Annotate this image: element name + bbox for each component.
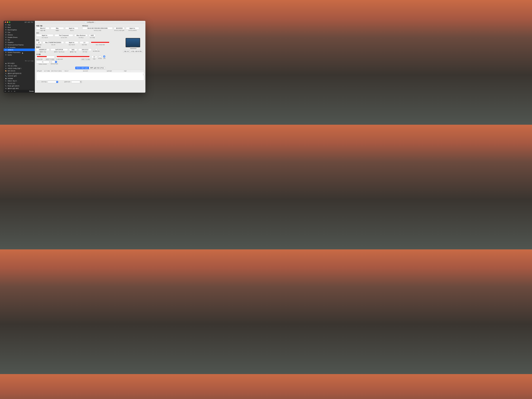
list-icon: ☰ [5,32,6,33]
list-icon: ☰ [5,42,6,43]
sidebar-item-quirks[interactable]: ☰Quirks [4,54,35,56]
close-button[interactable] [5,21,6,23]
home-icon[interactable]: ⌂ [11,90,12,92]
nav-label: Rt Variables [8,47,15,48]
tool-item-클로버-설치/업데이트[interactable]: ⬇클로버 설치/업데이트 [4,72,35,75]
sidebar-item-disable-drivers[interactable]: ☰Disable Drivers [4,36,35,38]
tool-item-kexts-설치-관리자[interactable]: 🔌Kexts 설치 관리자 [4,85,35,87]
export-icon[interactable]: ⇤ [5,90,6,92]
no-rom-info-checkbox[interactable] [95,48,97,50]
bios-version-input[interactable] [82,27,113,29]
board-type-input[interactable] [36,41,41,44]
board-id-input[interactable] [43,41,64,44]
chassis-tag-input[interactable] [74,34,88,37]
generate-serial-button[interactable]: 새로운 키 값 생성 [45,58,55,60]
nav-label: Gui [8,39,10,41]
tool-item-드라이버-설치[interactable]: 🔧드라이버 설치 [4,75,35,77]
model-preview: 모델 조회 시리얼 사용여부 확인 [123,38,143,53]
chassis-location-input[interactable] [55,34,73,37]
sidebar-item-kernel-and-kext-patches[interactable]: ☰Kernel and Kext Patches [4,44,35,46]
sidebar-item-system-parameters[interactable]: ☰System Parameters [4,51,35,54]
tool-item-텍스트-모드[interactable]: ≡텍스트 모드 [4,82,35,85]
list-icon: ☰ [5,24,6,25]
table-header[interactable]: 제조사* [64,70,82,72]
trust-checkbox[interactable] [103,56,105,57]
nav-label: 테마 에디터 [8,70,15,72]
tool-item-efi-마운트[interactable]: ⏏EFI 마운트 [4,62,35,65]
board-version-input[interactable] [80,41,89,44]
sidebar-item-acpi[interactable]: ☰Acpi [4,24,35,26]
channel-select[interactable]: ⇅ [48,81,58,83]
nav-label: 클로버 설치/업데이트 [8,72,21,74]
import-icon[interactable]: ⇥ [8,90,9,92]
chassis-manufacturer-input[interactable] [36,34,53,37]
tool-item-새로운-config-만들기[interactable]: ⚙새로운 Config 만들기 [4,67,35,70]
tool-item-테마-에디터[interactable]: 🎨테마 에디터 [4,70,35,72]
nav-label: Boot Graphics [8,29,17,31]
table-header[interactable]: 장착슬롯* [36,70,44,72]
list-icon: ↻ [5,80,6,82]
sidebar-item-graphics[interactable]: ☰Graphics [4,41,35,44]
sidebar-item-boot[interactable]: ☰Boot [4,26,35,29]
model-lookup-button[interactable]: 모델 조회 [123,50,130,53]
tab-aapl-slot[interactable]: AAPL 슬롯 유형 인젝션 [89,67,105,69]
sidebar-item-devices[interactable]: ☰Devices [4,33,35,36]
product-family-input[interactable] [51,27,64,29]
system-version-input[interactable] [92,56,97,58]
donate-button[interactable]: Donate [29,90,34,92]
list-icon: ⚙ [5,68,6,69]
tool-item-nvram[interactable]: ▣NVRAM [4,77,35,80]
chevron-down-icon[interactable]: ⌄ [94,21,95,23]
nav-label: Kexts 설치 관리자 [8,85,19,87]
nav-label: Cpu [8,32,10,33]
list-icon: ⧉ [5,88,6,89]
tool-item-16진수-계산기[interactable]: ↻16진수 계산기 [4,80,35,82]
list-icon: 🔧 [5,75,6,77]
platform-features-input[interactable] [69,48,77,51]
sidebar-item-cpu[interactable]: ☰Cpu [4,31,35,33]
tab-memory-user[interactable]: 메모리 사용자 설정 [75,67,89,69]
minimize-button[interactable] [7,21,8,23]
tool-item-클로버-설정-복제[interactable]: ⧉클로버 설정 복제 [4,87,35,90]
add-row-button[interactable]: + [37,81,38,83]
mobile-checkbox[interactable] [99,56,101,57]
share-icon[interactable]: ⫘ [14,90,15,92]
section-product-model: 제품 모델 [36,25,81,27]
resize-handle[interactable]: ⇕ [143,73,145,76]
bios-vendor-input[interactable] [126,27,139,29]
bios-date-input[interactable] [114,27,125,29]
sidebar-nav: ☰Acpi☰Boot☰Boot Graphics☰Cpu☰Devices☰Dis… [4,24,35,59]
nav-label: 새로운 Config 만들기 [8,67,21,70]
board-manufacturer-input[interactable] [65,41,78,44]
product-manufacturer-input[interactable] [65,27,78,29]
table-header[interactable]: 동작 주파수* (MHz) [51,70,64,72]
sidebar-item-smbios[interactable]: ☰SMBIOS [4,49,35,51]
table-header[interactable]: 일련번호* [106,70,123,72]
remove-row-button[interactable]: − [39,81,40,83]
check-serial-button[interactable]: 시리얼 사용여부 확인 [130,50,143,53]
firmware-mask-input[interactable] [51,48,68,51]
sidebar-header: 필수 설정 섹션 [10,21,34,23]
firmware-features-input[interactable] [36,48,49,51]
table-header[interactable]: 생산파트* [82,70,106,72]
list-icon: ▣ [5,78,6,79]
list-icon: ⏏ [5,63,6,64]
smbios-version-input[interactable] [36,61,49,63]
imac-preview-image [126,38,140,47]
memory-rank-select[interactable]: ⇅ [52,61,57,63]
slot-count-select[interactable]: ⇅ [71,81,82,83]
zoom-button[interactable] [9,21,10,23]
table-header[interactable]: 크기* (MB) [44,70,51,72]
tool-item-부트-로그-확인[interactable]: ⎙부트 로그 확인 [4,65,35,67]
product-name-input[interactable] [36,27,49,29]
sidebar-footer: ⇤ ⇥ ⌂ ⫘ Donate [4,90,35,93]
generate-uuid-button[interactable]: 새로운 키 값 생성 [81,58,90,60]
sidebar-item-boot-graphics[interactable]: ☰Boot Graphics [4,29,35,31]
chassis-type-input[interactable] [89,34,95,37]
nav-label: Kernel and Kext Patches [8,44,24,46]
sidebar-item-gui[interactable]: ☰Gui [4,38,35,41]
sidebar-item-rt-variables[interactable]: ☰Rt Variables [4,46,35,49]
memory-tabs: 메모리 사용자 설정 AAPL 슬롯 유형 인젝션 [36,67,144,69]
table-header[interactable]: 유형* [123,70,130,72]
efi-version-input[interactable] [78,48,92,51]
